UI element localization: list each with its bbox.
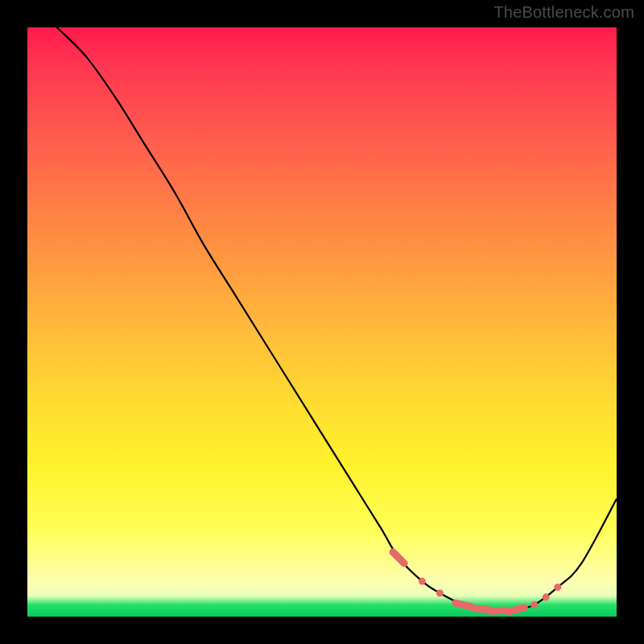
marker-capsule [509,608,524,612]
marker-capsule [473,608,489,609]
marker-dot [543,593,550,601]
plot-area [27,27,617,617]
marker-capsule [491,610,507,611]
marker-dot [419,578,426,585]
marker-capsule [393,552,404,564]
watermark-text: TheBottleneck.com [493,3,634,22]
marker-dot [436,589,444,597]
chart-frame: TheBottleneck.com [0,0,644,644]
optimal-range-markers [393,552,558,612]
marker-dot [530,601,538,609]
curve-svg [27,27,617,617]
marker-capsule [456,603,471,607]
bottleneck-curve [57,27,617,612]
